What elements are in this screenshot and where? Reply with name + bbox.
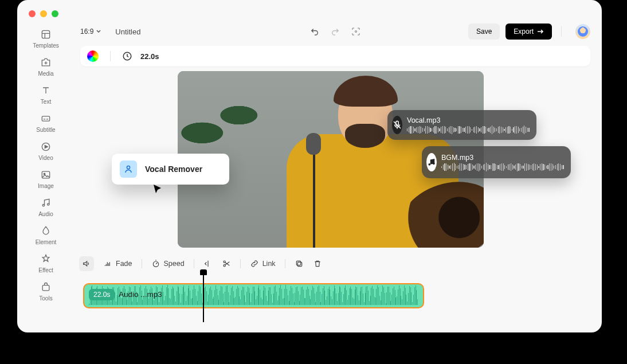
svg-rect-18 [296, 261, 300, 265]
waveform-icon [407, 126, 530, 134]
volume-button[interactable] [79, 256, 94, 271]
subtitle-icon [40, 113, 52, 124]
redo-icon[interactable] [330, 26, 340, 37]
project-title[interactable]: Untitled [115, 28, 140, 36]
info-bar: 22.0s [80, 46, 590, 66]
sidebar-item-label: Audio [38, 211, 53, 217]
undo-icon[interactable] [309, 26, 320, 37]
audio-output-vocal[interactable]: Vocal.mp3 [387, 110, 536, 140]
sidebar-item-subtitle[interactable]: Subtitle [36, 113, 55, 133]
svg-point-6 [47, 203, 49, 205]
svg-point-15 [224, 261, 225, 263]
maximize-window-button[interactable] [52, 10, 58, 17]
focus-icon[interactable] [351, 26, 361, 37]
clip-toolbar: Fade Speed Link [79, 256, 590, 272]
audio-output-bgm[interactable]: BGM.mp3 [422, 146, 571, 178]
element-icon [40, 225, 52, 237]
arrow-right-icon [537, 29, 544, 34]
aspect-ratio-label: 16:9 [80, 28, 93, 36]
delete-button[interactable] [313, 259, 322, 268]
svg-rect-3 [42, 171, 49, 178]
sidebar-item-label: Templates [33, 42, 59, 49]
user-avatar[interactable] [575, 24, 590, 39]
sidebar-item-templates[interactable]: Templates [33, 29, 59, 49]
audio-icon [40, 197, 52, 209]
bgm-filename: BGM.mp3 [441, 154, 564, 162]
sidebar-item-label: Video [38, 155, 53, 161]
clip-time-badge: 22.0s [89, 289, 115, 300]
person-icon [120, 161, 137, 178]
separator [142, 259, 142, 268]
history-controls [309, 26, 361, 37]
context-menu-label: Vocal Remover [145, 165, 202, 174]
clip-filename: Audio ...mp3 [119, 290, 162, 299]
cursor-icon [152, 183, 164, 195]
playhead[interactable] [203, 272, 204, 322]
templates-icon [40, 29, 52, 40]
sidebar-item-label: Element [36, 239, 57, 245]
link-icon [250, 259, 259, 268]
context-menu-vocal-remover[interactable]: Vocal Remover [112, 154, 229, 185]
svg-point-16 [224, 265, 225, 267]
chevron-down-icon [96, 29, 101, 34]
music-note-icon [426, 153, 437, 171]
separator [110, 51, 111, 61]
sidebar-item-effect[interactable]: Effect [38, 253, 53, 273]
left-sidebar: Templates Media Text Subtitle Video Imag… [17, 23, 75, 302]
minimize-window-button[interactable] [40, 10, 47, 17]
sidebar-item-image[interactable]: Image [38, 169, 54, 189]
muted-mic-icon [392, 116, 402, 134]
audio-track-clip[interactable]: 22.0s Audio ...mp3 [83, 283, 424, 308]
sidebar-item-label: Effect [38, 267, 53, 273]
sidebar-item-tools[interactable]: Tools [39, 281, 52, 302]
svg-rect-1 [42, 116, 49, 121]
copy-icon [295, 259, 304, 268]
duration-display: 22.0s [140, 52, 159, 61]
sidebar-item-text[interactable]: Text [40, 85, 52, 105]
fade-button[interactable]: Fade [103, 259, 132, 268]
save-button[interactable]: Save [468, 24, 500, 40]
split-left-button[interactable] [203, 259, 213, 268]
sidebar-item-audio[interactable]: Audio [38, 197, 53, 217]
export-label: Export [514, 28, 534, 36]
trash-icon [313, 259, 322, 268]
tools-icon [40, 281, 52, 293]
sidebar-item-label: Subtitle [36, 127, 55, 133]
image-icon [40, 169, 52, 181]
speed-icon [151, 259, 160, 268]
speed-button[interactable]: Speed [151, 259, 185, 268]
svg-point-13 [127, 166, 130, 169]
separator [561, 26, 562, 37]
separator [285, 259, 285, 268]
window-controls [29, 10, 58, 17]
sidebar-item-video[interactable]: Video [38, 141, 53, 161]
split-left-icon [203, 259, 213, 268]
split-button[interactable] [222, 259, 231, 268]
top-toolbar: 16:9 Untitled Save Export [80, 23, 590, 40]
app-window: Templates Media Text Subtitle Video Imag… [17, 0, 602, 332]
link-label: Link [262, 260, 276, 268]
close-window-button[interactable] [29, 10, 36, 17]
waveform-icon [441, 163, 564, 171]
sidebar-item-element[interactable]: Element [36, 225, 57, 245]
sidebar-item-label: Media [38, 71, 53, 77]
sidebar-item-label: Text [41, 99, 51, 105]
separator [240, 259, 241, 268]
fade-icon [103, 259, 112, 268]
sidebar-item-label: Tools [39, 295, 52, 302]
svg-rect-7 [42, 285, 49, 291]
svg-rect-0 [42, 30, 49, 38]
separator [194, 259, 194, 268]
svg-rect-17 [297, 262, 301, 266]
link-button[interactable]: Link [250, 259, 276, 268]
svg-point-5 [42, 205, 44, 206]
aspect-ratio-dropdown[interactable]: 16:9 [80, 28, 101, 36]
clock-icon [122, 51, 132, 61]
sidebar-item-media[interactable]: Media [38, 57, 53, 77]
scissors-icon [222, 259, 231, 268]
color-picker-icon[interactable] [87, 50, 99, 62]
export-button[interactable]: Export [505, 24, 552, 40]
text-icon [40, 85, 52, 96]
copy-button[interactable] [295, 259, 304, 268]
vocal-filename: Vocal.mp3 [407, 116, 530, 124]
